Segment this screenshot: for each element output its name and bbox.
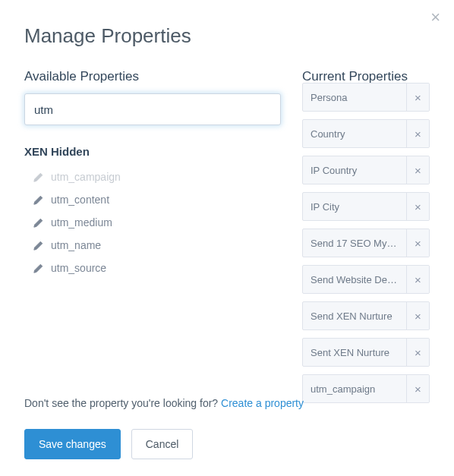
remove-icon[interactable]: ×	[406, 156, 429, 184]
remove-icon[interactable]: ×	[406, 302, 429, 329]
current-list: Persona×Country×IP Country×IP City×Send …	[302, 93, 430, 403]
current-column: Current Properties Persona×Country×IP Co…	[302, 69, 430, 403]
current-chip-label: Country	[303, 120, 406, 147]
pencil-icon	[33, 263, 43, 273]
current-chip[interactable]: Persona×	[302, 83, 430, 112]
current-chip[interactable]: Send Website De…×	[302, 265, 430, 294]
hint-prefix: Don't see the property you're looking fo…	[24, 397, 221, 409]
remove-icon[interactable]: ×	[406, 120, 429, 147]
pencil-icon	[33, 241, 43, 251]
pencil-icon	[33, 195, 43, 205]
available-item-label: utm_content	[51, 194, 109, 206]
current-chip[interactable]: IP City×	[302, 192, 430, 221]
current-chip-label: Send XEN Nurture	[303, 302, 406, 329]
available-item-label: utm_campaign	[51, 171, 121, 183]
current-chip[interactable]: Send XEN Nurture×	[302, 301, 430, 330]
available-list: utm_campaignutm_contentutm_mediumutm_nam…	[24, 165, 281, 279]
current-chip-label: Sent XEN Nurture	[303, 339, 406, 366]
current-chip-label: Send 17 SEO My…	[303, 229, 406, 257]
available-item[interactable]: utm_content	[33, 188, 281, 211]
footer: Don't see the property you're looking fo…	[24, 397, 430, 459]
available-item-label: utm_source	[51, 262, 106, 274]
pencil-icon	[33, 218, 43, 228]
available-heading: Available Properties	[24, 69, 281, 84]
available-item[interactable]: utm_medium	[33, 211, 281, 234]
modal-title: Manage Properties	[24, 24, 430, 48]
current-heading: Current Properties	[302, 69, 430, 84]
available-column: Available Properties XEN Hidden utm_camp…	[24, 69, 281, 403]
current-chip-label: IP Country	[303, 156, 406, 184]
hint-text: Don't see the property you're looking fo…	[24, 397, 430, 409]
available-item[interactable]: utm_source	[33, 257, 281, 279]
group-title: XEN Hidden	[24, 145, 281, 158]
current-chip[interactable]: IP Country×	[302, 156, 430, 184]
current-chip-label: IP City	[303, 193, 406, 220]
columns: Available Properties XEN Hidden utm_camp…	[24, 69, 430, 403]
remove-icon[interactable]: ×	[406, 339, 429, 366]
available-item[interactable]: utm_name	[33, 234, 281, 257]
pencil-icon	[33, 172, 43, 182]
search-input[interactable]	[24, 93, 281, 125]
current-chip[interactable]: Sent XEN Nurture×	[302, 338, 430, 367]
available-item-label: utm_name	[51, 239, 101, 251]
remove-icon[interactable]: ×	[406, 229, 429, 257]
close-icon[interactable]: ×	[430, 9, 440, 26]
create-property-link[interactable]: Create a property	[221, 397, 304, 409]
save-button[interactable]: Save changes	[24, 429, 121, 459]
current-chip[interactable]: Country×	[302, 119, 430, 148]
available-item-label: utm_medium	[51, 216, 112, 229]
available-item: utm_campaign	[33, 165, 281, 188]
cancel-button[interactable]: Cancel	[131, 429, 194, 459]
remove-icon[interactable]: ×	[406, 84, 429, 111]
current-chip-label: Send Website De…	[303, 266, 406, 293]
button-row: Save changes Cancel	[24, 429, 430, 459]
current-chip-label: Persona	[303, 84, 406, 111]
remove-icon[interactable]: ×	[406, 193, 429, 220]
remove-icon[interactable]: ×	[406, 266, 429, 293]
current-chip[interactable]: Send 17 SEO My…×	[302, 229, 430, 257]
